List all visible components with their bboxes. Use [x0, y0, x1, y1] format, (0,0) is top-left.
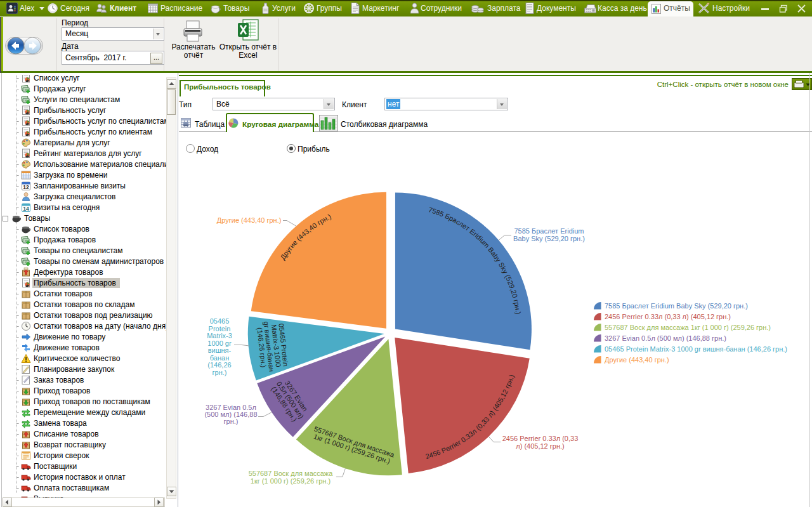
svg-text:грн.): грн.) [213, 369, 227, 376]
svg-text:вишня-: вишня- [208, 346, 232, 354]
svg-text:Matrix-3: Matrix-3 [207, 332, 232, 339]
svg-text:1000 gr: 1000 gr [207, 339, 232, 347]
svg-text:557687 Воск для массажа: 557687 Воск для массажа [249, 470, 334, 477]
svg-text:1кг (1 000 г) (259,26 грн.): 1кг (1 000 г) (259,26 грн.) [251, 477, 331, 485]
svg-text:грн.): грн.) [224, 418, 239, 425]
svg-text:Baby Sky (529,20 грн.): Baby Sky (529,20 грн.) [513, 235, 585, 242]
svg-text:7585 Браслет Eridium: 7585 Браслет Eridium [514, 227, 584, 235]
svg-text:2456 Perrier 0.33л (0,33: 2456 Perrier 0.33л (0,33 [502, 435, 579, 442]
svg-text:Protein: Protein [209, 325, 231, 333]
svg-text:л) (405,12 грн.): л) (405,12 грн.) [516, 442, 564, 450]
svg-text:банан: банан [210, 354, 229, 362]
svg-text:14: 14 [23, 206, 29, 212]
svg-text:12: 12 [23, 184, 29, 190]
svg-text:Другие (443,40 грн.): Другие (443,40 грн.) [217, 216, 282, 224]
svg-text:05465: 05465 [210, 317, 230, 325]
svg-text:(146,26: (146,26 [207, 361, 231, 369]
